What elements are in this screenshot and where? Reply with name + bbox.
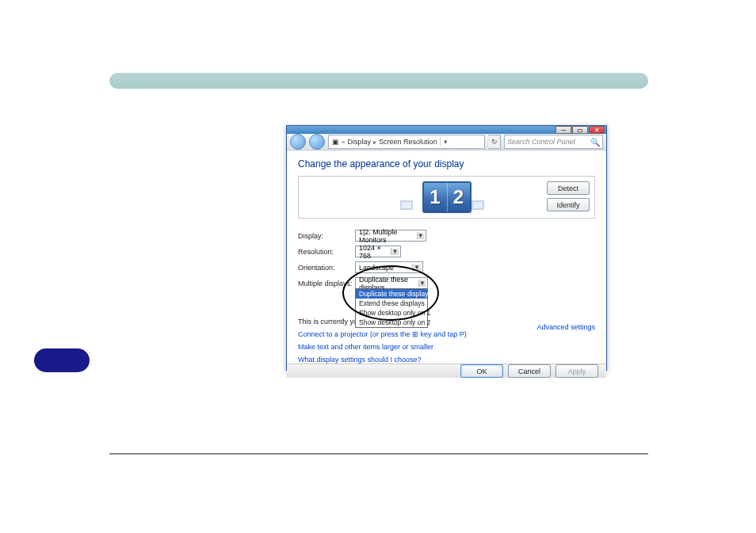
option-duplicate-displays[interactable]: Duplicate these displays bbox=[356, 289, 427, 299]
decorative-footer-rule bbox=[109, 453, 648, 455]
maximize-button[interactable]: ▭ bbox=[572, 126, 588, 134]
address-left-chevron-icon: « bbox=[342, 139, 345, 146]
projector-text-a: Connect to a projector (or press the bbox=[298, 330, 410, 338]
display-label: Display: bbox=[298, 232, 355, 240]
chevron-down-icon: ▼ bbox=[417, 232, 425, 239]
page-title: Change the appearance of your display bbox=[298, 158, 595, 169]
window-title-bar: ─ ▭ ✕ bbox=[287, 126, 606, 134]
orientation-row: Orientation: Landscape ▼ bbox=[298, 261, 595, 273]
chevron-down-icon: ▼ bbox=[391, 248, 399, 255]
display-arrangement-box[interactable]: 1 2 Detect Identify bbox=[298, 176, 595, 219]
display-value: 1|2. Multiple Monitors bbox=[359, 228, 417, 244]
connect-projector-link[interactable]: Connect to a projector (or press the ⊞ k… bbox=[298, 330, 595, 338]
breadcrumb-display[interactable]: Display bbox=[347, 138, 371, 146]
detect-button[interactable]: Detect bbox=[547, 181, 590, 195]
monitor-buttons: Detect Identify bbox=[547, 181, 590, 211]
back-button[interactable] bbox=[290, 134, 306, 150]
decorative-header-bar bbox=[109, 73, 648, 89]
monitor-2[interactable]: 2 bbox=[447, 183, 470, 211]
windows-key-icon: ⊞ bbox=[412, 330, 421, 338]
orientation-label: Orientation: bbox=[298, 264, 355, 272]
multiple-displays-row: Multiple displays: Duplicate these displ… bbox=[298, 277, 595, 289]
dialog-footer: OK Cancel Apply bbox=[287, 364, 606, 378]
explorer-nav-bar: ▣ « Display ▸ Screen Resolution ▾ ↻ Sear… bbox=[287, 134, 606, 150]
screen-resolution-window: ─ ▭ ✕ ▣ « Display ▸ Screen Resolution ▾ … bbox=[286, 125, 607, 371]
ok-button[interactable]: OK bbox=[460, 364, 503, 378]
apply-button[interactable]: Apply bbox=[556, 364, 598, 378]
multiple-displays-label: Multiple displays: bbox=[298, 280, 355, 287]
address-dropdown-icon[interactable]: ▾ bbox=[440, 138, 451, 146]
breadcrumb-screen-resolution[interactable]: Screen Resolution bbox=[379, 138, 437, 146]
minimize-button[interactable]: ─ bbox=[556, 126, 571, 134]
resolution-dropdown[interactable]: 1024 × 768 ▼ bbox=[355, 246, 401, 257]
display-help-link[interactable]: What display settings should I choose? bbox=[298, 356, 595, 364]
settings-form: Display: 1|2. Multiple Monitors ▼ Resolu… bbox=[298, 230, 595, 289]
advanced-settings-link[interactable]: Advanced settings bbox=[536, 323, 595, 331]
decorative-side-pill bbox=[34, 348, 90, 372]
orientation-dropdown[interactable]: Landscape ▼ bbox=[355, 261, 423, 273]
window-content: Change the appearance of your display 1 … bbox=[287, 150, 606, 364]
identify-button[interactable]: Identify bbox=[547, 198, 590, 211]
chevron-down-icon: ▼ bbox=[418, 280, 426, 287]
refresh-button[interactable]: ↻ bbox=[488, 135, 501, 149]
breadcrumb-chevron-icon: ▸ bbox=[373, 139, 376, 146]
orientation-value: Landscape bbox=[359, 264, 394, 272]
monitor-thumb-left bbox=[400, 200, 413, 210]
multiple-displays-dropdown[interactable]: Duplicate these displays ▼ bbox=[355, 277, 428, 289]
display-dropdown[interactable]: 1|2. Multiple Monitors ▼ bbox=[355, 230, 426, 242]
text-size-link[interactable]: Make text and other items larger or smal… bbox=[298, 343, 595, 351]
display-row: Display: 1|2. Multiple Monitors ▼ bbox=[298, 230, 595, 242]
search-placeholder: Search Control Panel bbox=[507, 138, 575, 146]
forward-button[interactable] bbox=[309, 134, 325, 150]
projector-text-b: key and tap P) bbox=[421, 330, 467, 338]
search-input[interactable]: Search Control Panel 🔍 bbox=[504, 135, 603, 149]
chevron-down-icon: ▼ bbox=[412, 264, 421, 271]
monitor-graphic[interactable]: 1 2 bbox=[422, 181, 472, 213]
option-show-only-1[interactable]: Show desktop only on 1 bbox=[356, 308, 427, 318]
close-button[interactable]: ✕ bbox=[589, 126, 605, 134]
address-glyph-icon: ▣ bbox=[332, 138, 339, 146]
search-icon: 🔍 bbox=[590, 138, 600, 147]
monitor-2-label: 2 bbox=[453, 186, 464, 208]
resolution-label: Resolution: bbox=[298, 248, 355, 256]
resolution-value: 1024 × 768 bbox=[359, 244, 391, 260]
resolution-row: Resolution: 1024 × 768 ▼ bbox=[298, 246, 595, 257]
monitor-thumb-right bbox=[472, 200, 484, 210]
option-show-only-2[interactable]: Show desktop only on 2 bbox=[356, 318, 427, 327]
monitor-1[interactable]: 1 bbox=[424, 183, 447, 211]
cancel-button[interactable]: Cancel bbox=[508, 364, 551, 378]
option-extend-displays[interactable]: Extend these displays bbox=[356, 299, 427, 308]
multiple-displays-options-list: Duplicate these displays Extend these di… bbox=[355, 288, 428, 328]
address-bar[interactable]: ▣ « Display ▸ Screen Resolution ▾ bbox=[328, 135, 485, 149]
monitor-1-label: 1 bbox=[430, 186, 440, 208]
